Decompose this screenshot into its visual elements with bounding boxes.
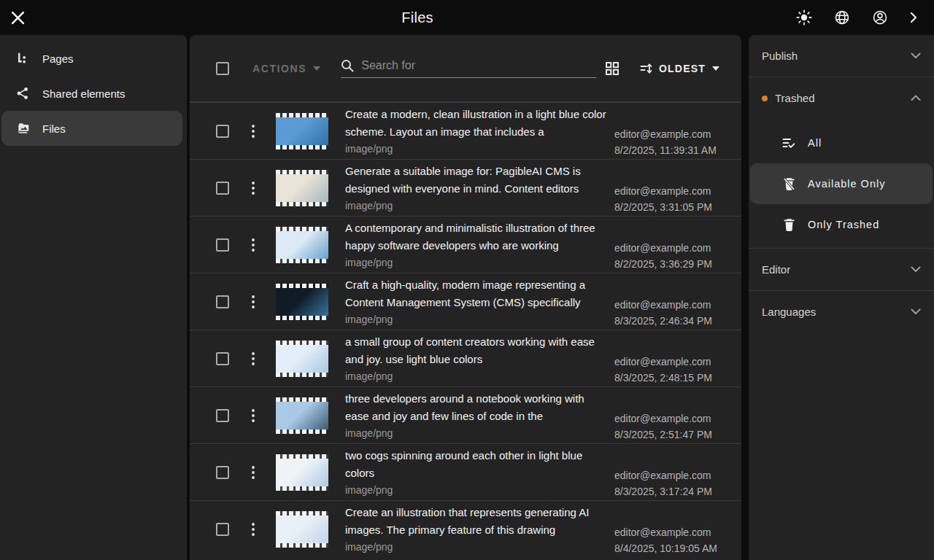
file-title: three developers around a notebook worki…	[345, 390, 608, 425]
sidebar-item-pages[interactable]: Pages	[0, 41, 187, 76]
chevron-up-icon	[911, 95, 921, 101]
file-editor: editor@example.com	[614, 183, 712, 199]
file-row[interactable]: Create a modern, clean illustration in a…	[190, 102, 741, 159]
row-menu-kebab-icon[interactable]	[248, 295, 258, 308]
section-editor[interactable]: Editor	[749, 249, 934, 290]
file-thumbnail	[276, 284, 328, 320]
file-meta: editor@example.com 8/2/2025, 3:36:29 PM	[614, 217, 712, 272]
sidebar-item-shared-elements[interactable]: Shared elements	[0, 76, 187, 111]
sidebar-item-label: Shared elements	[42, 88, 125, 100]
sidebar-item-files[interactable]: Files	[1, 111, 182, 146]
sidebar-item-label: Files	[42, 122, 66, 135]
app-bar: Files	[0, 0, 934, 35]
file-row[interactable]: Generate a suitable image for: PagibleAI…	[190, 159, 741, 216]
actions-menu-button[interactable]: ACTIONS	[252, 63, 320, 74]
file-info: a small group of content creators workin…	[345, 333, 608, 384]
section-languages[interactable]: Languages	[749, 291, 934, 332]
row-menu-kebab-icon[interactable]	[248, 352, 258, 365]
file-title: Generate a suitable image for: PagibleAI…	[345, 163, 608, 198]
row-menu-kebab-icon[interactable]	[248, 523, 258, 536]
row-menu-kebab-icon[interactable]	[248, 238, 258, 252]
section-publish[interactable]: Publish	[749, 35, 934, 77]
chevron-down-icon	[911, 52, 921, 59]
file-thumbnail	[276, 454, 328, 491]
row-checkbox[interactable]	[216, 125, 229, 138]
collapse-panel-chevron-right-icon[interactable]	[899, 0, 928, 35]
row-checkbox[interactable]	[216, 352, 229, 365]
pages-tree-icon	[16, 52, 29, 65]
files-list-panel: ACTIONS OLDEST Create a modern, clean il…	[190, 35, 741, 560]
trash-option-only-trashed[interactable]: Only Trashed	[749, 204, 934, 245]
option-label: Available Only	[808, 178, 885, 190]
file-title: Create an illustration that represents g…	[345, 504, 608, 539]
row-checkbox[interactable]	[216, 466, 229, 479]
section-label: Languages	[762, 306, 816, 318]
trash-off-icon	[782, 177, 795, 190]
row-menu-kebab-icon[interactable]	[248, 466, 258, 479]
theme-toggle-sun-icon[interactable]	[785, 0, 823, 35]
file-row[interactable]: two cogs spinning around each other in l…	[190, 443, 741, 500]
account-icon[interactable]	[861, 0, 899, 35]
section-label: Publish	[762, 50, 798, 62]
grid-view-icon[interactable]	[605, 61, 620, 76]
file-mime-type: image/png	[345, 540, 608, 554]
section-trashed[interactable]: Trashed	[749, 77, 934, 119]
file-date: 8/3/2025, 2:48:15 PM	[614, 370, 712, 386]
option-label: All	[808, 137, 822, 149]
page-title: Files	[0, 9, 835, 26]
chevron-down-icon	[911, 308, 921, 315]
file-date: 8/2/2025, 11:39:31 AM	[614, 142, 717, 158]
file-row[interactable]: A contemporary and minimalistic illustra…	[190, 216, 741, 273]
file-row[interactable]: a small group of content creators workin…	[190, 330, 741, 386]
trash-option-all[interactable]: All	[749, 122, 934, 163]
search-input[interactable]	[361, 59, 596, 72]
file-mime-type: image/png	[345, 141, 608, 156]
file-mime-type: image/png	[345, 312, 608, 327]
row-checkbox[interactable]	[216, 295, 229, 308]
file-row[interactable]: Craft a high-quality, modern image repre…	[190, 273, 741, 330]
row-checkbox[interactable]	[216, 409, 229, 422]
checklist-icon	[782, 137, 795, 149]
file-mime-type: image/png	[345, 198, 608, 213]
caret-down-icon	[313, 66, 320, 71]
file-thumbnail	[276, 341, 328, 377]
file-date: 8/2/2025, 3:36:29 PM	[614, 256, 712, 272]
file-meta: editor@example.com 8/3/2025, 2:46:34 PM	[614, 273, 712, 329]
file-title: A contemporary and minimalistic illustra…	[345, 219, 608, 254]
file-info: Create an illustration that represents g…	[345, 504, 608, 554]
file-mime-type: image/png	[345, 255, 608, 270]
row-checkbox[interactable]	[216, 523, 229, 536]
file-mime-type: image/png	[345, 426, 608, 440]
caret-down-icon	[712, 66, 719, 71]
file-date: 8/3/2025, 3:17:24 PM	[614, 483, 712, 499]
file-meta: editor@example.com 8/4/2025, 10:19:05 AM	[614, 501, 717, 556]
share-icon	[16, 87, 29, 100]
section-label: Trashed	[775, 92, 814, 104]
trashed-options: All Available Only Only Trashed	[749, 119, 934, 248]
file-thumbnail	[276, 227, 328, 263]
file-mime-type: image/png	[345, 483, 608, 497]
trash-option-available-only[interactable]: Available Only	[750, 163, 933, 204]
chevron-down-icon	[911, 266, 921, 273]
sort-order-button[interactable]: OLDEST	[640, 63, 719, 74]
file-info: A contemporary and minimalistic illustra…	[345, 219, 608, 270]
row-menu-kebab-icon[interactable]	[248, 409, 258, 422]
file-date: 8/3/2025, 2:46:34 PM	[614, 313, 712, 329]
file-editor: editor@example.com	[614, 240, 712, 256]
language-globe-icon[interactable]	[823, 0, 861, 35]
file-info: Craft a high-quality, modern image repre…	[345, 276, 608, 327]
file-thumbnail	[276, 511, 328, 548]
row-menu-kebab-icon[interactable]	[248, 182, 258, 195]
file-row[interactable]: Create an illustration that represents g…	[190, 500, 741, 557]
file-info: Create a modern, clean illustration in a…	[345, 106, 608, 156]
row-checkbox[interactable]	[216, 238, 229, 252]
trash-icon	[782, 218, 795, 231]
row-menu-kebab-icon[interactable]	[248, 125, 258, 138]
file-row[interactable]: three developers around a notebook worki…	[190, 386, 741, 443]
file-thumbnail	[276, 170, 328, 206]
select-all-checkbox[interactable]	[216, 62, 229, 75]
row-checkbox[interactable]	[216, 182, 229, 195]
file-meta: editor@example.com 8/3/2025, 3:17:24 PM	[614, 444, 712, 499]
file-mime-type: image/png	[345, 369, 608, 384]
file-editor: editor@example.com	[614, 524, 717, 540]
